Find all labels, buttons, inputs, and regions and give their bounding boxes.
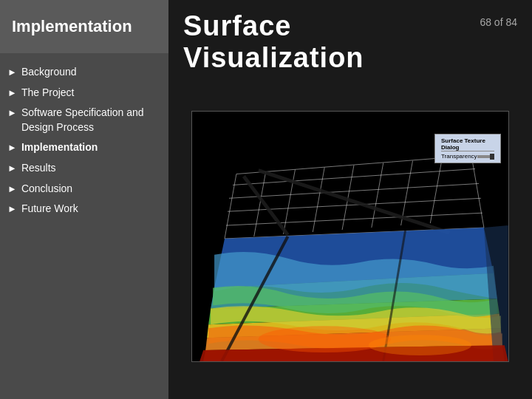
menu-item-future[interactable]: ► Future Work	[7, 202, 161, 216]
sidebar-title-text: Implementation	[12, 17, 132, 36]
content-body: Surface Texture Dialog Transparency	[168, 81, 532, 399]
menu-item-project[interactable]: ► The Project	[7, 86, 161, 100]
menu-item-conclusion[interactable]: ► Conclusion	[7, 182, 161, 197]
visualization-container: Surface Texture Dialog Transparency	[191, 111, 509, 362]
arrow-icon-3: ►	[7, 141, 17, 154]
slide: Implementation ► Background ► The Projec…	[0, 0, 532, 399]
menu-label-4: Results	[21, 161, 161, 176]
dialog-transparency-row: Transparency	[441, 153, 494, 160]
menu-item-background[interactable]: ► Background	[7, 65, 161, 80]
menu-label-6: Future Work	[21, 202, 161, 216]
svg-point-28	[259, 326, 391, 352]
slide-number: 68 of 84	[480, 16, 517, 28]
transparency-label: Transparency	[441, 153, 477, 160]
arrow-icon-1: ►	[7, 86, 17, 100]
content-area: Surface Visualization 68 of 84	[168, 0, 532, 399]
surface-texture-dialog: Surface Texture Dialog Transparency	[434, 134, 501, 163]
menu-item-results[interactable]: ► Results	[7, 161, 161, 176]
slider-thumb	[490, 154, 494, 160]
menu-label-3: Implementation	[21, 140, 161, 155]
arrow-icon-6: ►	[7, 202, 17, 216]
arrow-icon-2: ►	[7, 106, 17, 120]
menu-item-software[interactable]: ► Software Specification and Design Proc…	[7, 106, 161, 134]
menu-label-0: Background	[21, 65, 161, 80]
menu-label-1: The Project	[21, 86, 161, 100]
dialog-title: Surface Texture Dialog	[441, 137, 494, 151]
menu-label-5: Conclusion	[21, 182, 161, 197]
sidebar-title: Implementation	[0, 0, 168, 53]
svg-point-29	[369, 335, 471, 355]
arrow-icon-0: ►	[7, 66, 17, 79]
sidebar: Implementation ► Background ► The Projec…	[0, 0, 168, 399]
content-header: Surface Visualization 68 of 84	[168, 0, 532, 81]
arrow-icon-5: ►	[7, 183, 17, 196]
menu-item-implementation[interactable]: ► Implementation	[7, 140, 161, 155]
menu-label-2: Software Specification and Design Proces…	[21, 106, 161, 134]
transparency-slider[interactable]	[477, 155, 494, 158]
sidebar-menu: ► Background ► The Project ► Software Sp…	[0, 53, 168, 399]
slide-title: Surface Visualization	[183, 10, 480, 74]
arrow-icon-4: ►	[7, 162, 17, 175]
